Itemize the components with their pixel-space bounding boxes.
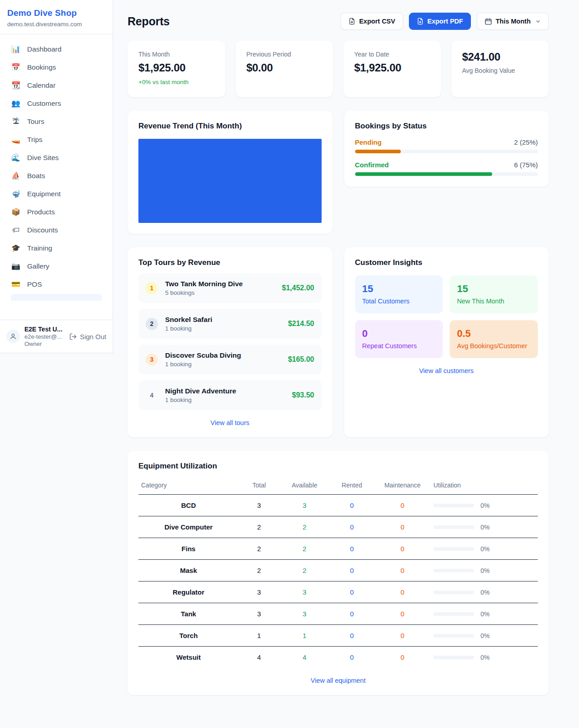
calendar-icon: [484, 18, 492, 25]
sidebar-item-calendar[interactable]: 📆 Calendar: [5, 77, 107, 94]
sign-out-button[interactable]: Sign Out: [69, 333, 106, 340]
avatar: [6, 330, 20, 343]
status-value: 2 (25%): [514, 138, 538, 146]
utilization-bar: [433, 656, 474, 659]
sidebar-item-label: Tours: [27, 118, 44, 126]
utilization-bar: [433, 591, 474, 594]
user-role: Owner: [24, 340, 65, 347]
sidebar-item-trips[interactable]: 🚤 Trips: [5, 131, 107, 148]
user-meta: E2E Test U... e2e-tester@... Owner: [24, 326, 65, 347]
export-csv-label: Export CSV: [359, 18, 395, 25]
sidebar-item-label: Boats: [27, 172, 45, 180]
utilization-bar: [433, 547, 474, 551]
insight-tile-total-customers: 15 Total Customers: [355, 275, 443, 313]
top-tours-title: Top Tours by Revenue: [138, 258, 322, 267]
sidebar-item-label: Dashboard: [27, 45, 62, 53]
stat-card-year-to-date: Year to Date $1,925.00: [343, 41, 441, 97]
sidebar-item-label: Training: [27, 244, 52, 252]
utilization-bar: [433, 569, 474, 572]
tour-bookings: 1 booking: [165, 361, 281, 368]
sidebar-item-dive-sites[interactable]: 🌊 Dive Sites: [5, 149, 107, 166]
bar-chart-icon: 📊: [11, 46, 21, 53]
status-label: Confirmed: [355, 161, 389, 169]
column-header-rented: Rented: [330, 477, 375, 495]
utilization-bar: [433, 525, 474, 529]
sidebar-header: Demo Dive Shop demo.test.divestreams.com: [0, 0, 113, 34]
sidebar-item-reports-active-partial[interactable]: [11, 294, 102, 301]
status-progress-fill: [355, 172, 492, 176]
view-all-tours-link[interactable]: View all tours: [138, 419, 322, 426]
stat-label: Avg Booking Value: [462, 67, 540, 74]
sidebar-item-dashboard[interactable]: 📊 Dashboard: [5, 41, 107, 58]
sidebar-item-label: Calendar: [27, 81, 56, 90]
shop-name[interactable]: Demo Dive Shop: [7, 8, 105, 18]
export-pdf-button[interactable]: Export PDF: [409, 13, 471, 30]
period-selector-dropdown[interactable]: This Month: [477, 13, 549, 30]
equipment-table: Category Total Available Rented Maintena…: [138, 477, 538, 668]
sailboat-icon: ⛵: [11, 172, 21, 180]
stat-value: $1,925.00: [138, 61, 216, 74]
sidebar-item-tours[interactable]: 🏝 Tours: [5, 113, 107, 130]
stat-value: $0.00: [247, 61, 324, 74]
sidebar-item-label: Equipment: [27, 190, 61, 198]
insight-value: 0: [362, 328, 436, 340]
sidebar-user-footer: E2E Test U... e2e-tester@... Owner Sign …: [0, 320, 113, 353]
table-row: Regulator 3 3 0 0 0%: [138, 581, 538, 603]
table-row: Dive Computer 2 2 0 0 0%: [138, 516, 538, 538]
stat-label: Previous Period: [247, 51, 324, 58]
sidebar-item-label: Gallery: [27, 262, 49, 270]
rank-badge: 1: [146, 282, 158, 294]
wave-icon: 🌊: [11, 154, 21, 161]
rank-badge: 4: [146, 389, 158, 402]
rank-badge: 3: [146, 354, 158, 366]
sign-out-label: Sign Out: [80, 333, 106, 340]
equipment-utilization-card: Equipment Utilization Category Total Ava…: [128, 451, 549, 695]
insight-value: 0.5: [457, 328, 531, 340]
stat-value: $1,925.00: [354, 61, 432, 74]
shop-domain: demo.test.divestreams.com: [7, 21, 105, 28]
top-tours-card: Top Tours by Revenue 1 Two Tank Morning …: [128, 247, 332, 437]
insight-tile-avg-bookings: 0.5 Avg Bookings/Customer: [450, 320, 538, 358]
camera-icon: 📷: [11, 263, 21, 270]
column-header-total: Total: [239, 477, 280, 495]
insight-label: New This Month: [457, 298, 531, 305]
sidebar-item-equipment[interactable]: 🤿 Equipment: [5, 185, 107, 203]
credit-card-icon: 💳: [11, 281, 21, 288]
tour-amount: $214.50: [288, 320, 314, 328]
sidebar-item-label: Dive Sites: [27, 154, 59, 162]
sidebar-item-label: Trips: [27, 136, 43, 144]
stat-card-this-month: This Month $1,925.00 +0% vs last month: [128, 41, 225, 97]
sidebar-item-products[interactable]: 📦 Products: [5, 203, 107, 221]
island-icon: 🏝: [11, 118, 21, 125]
export-pdf-label: Export PDF: [427, 18, 463, 25]
period-selector-label: This Month: [496, 18, 531, 25]
tour-row: 3 Discover Scuba Diving 1 booking $165.0…: [138, 345, 322, 374]
status-row-confirmed: Confirmed 6 (75%): [355, 161, 538, 176]
sidebar-item-gallery[interactable]: 📷 Gallery: [5, 258, 107, 275]
status-row-pending: Pending 2 (25%): [355, 138, 538, 153]
sidebar-item-pos[interactable]: 💳 POS: [5, 276, 107, 293]
person-icon: [9, 333, 17, 340]
tour-bookings: 5 bookings: [165, 289, 275, 296]
sidebar-item-training[interactable]: 🎓 Training: [5, 240, 107, 257]
utilization-bar: [433, 634, 474, 638]
utilization-bar: [433, 504, 474, 507]
sidebar-nav: 📊 Dashboard 📅 Bookings 📆 Calendar 👥 Cust…: [0, 34, 113, 320]
insight-value: 15: [362, 283, 436, 295]
export-csv-button[interactable]: Export CSV: [341, 13, 403, 30]
sidebar-item-label: Discounts: [27, 226, 58, 234]
tour-name: Discover Scuba Diving: [165, 351, 281, 359]
tour-bookings: 1 booking: [165, 397, 285, 403]
tour-amount: $165.00: [288, 355, 314, 364]
tour-name: Snorkel Safari: [165, 316, 281, 324]
tour-row: 1 Two Tank Morning Dive 5 bookings $1,45…: [138, 273, 322, 303]
sidebar-item-boats[interactable]: ⛵ Boats: [5, 167, 107, 184]
file-download-icon: [348, 18, 356, 25]
view-all-equipment-link[interactable]: View all equipment: [138, 677, 538, 684]
sidebar-item-bookings[interactable]: 📅 Bookings: [5, 59, 107, 76]
sidebar-item-discounts[interactable]: 🏷 Discounts: [5, 222, 107, 239]
insight-tile-new-this-month: 15 New This Month: [450, 275, 538, 313]
sidebar-item-customers[interactable]: 👥 Customers: [5, 95, 107, 112]
tag-icon: 🏷: [11, 227, 21, 234]
view-all-customers-link[interactable]: View all customers: [355, 367, 538, 374]
